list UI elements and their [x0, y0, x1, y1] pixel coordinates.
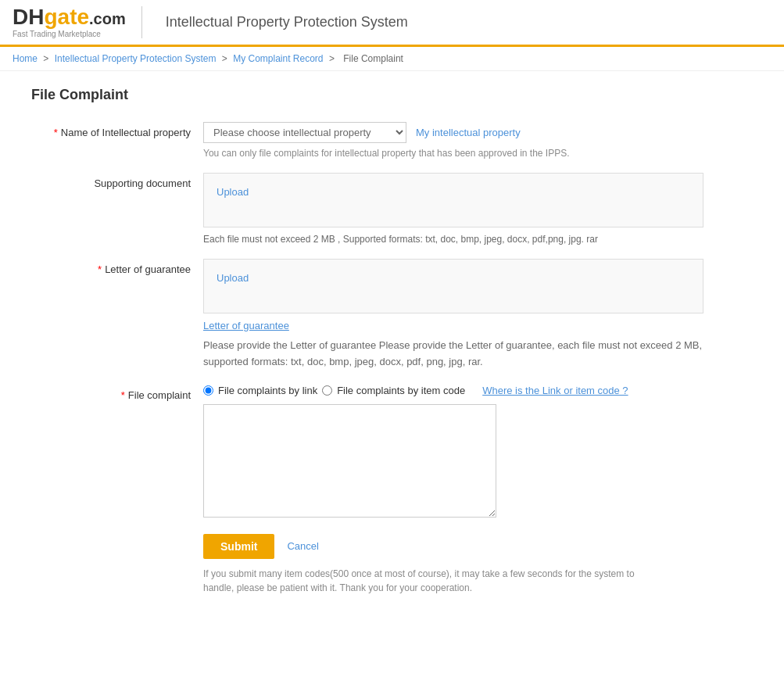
header: DHgate.com Fast Trading Marketplace Inte…	[0, 0, 784, 47]
log-row: *Letter of guarantee Upload Letter of gu…	[31, 259, 753, 371]
breadcrumb-system[interactable]: Intellectual Property Protection System	[55, 53, 217, 64]
ip-select[interactable]: Please choose intellectual property	[203, 122, 406, 143]
radio-by-code[interactable]	[322, 385, 332, 396]
breadcrumb: Home > Intellectual Property Protection …	[0, 47, 784, 71]
file-complaint-label: *File complaint	[31, 385, 203, 401]
log-description: Please provide the Letter of guarantee P…	[203, 338, 703, 371]
submit-label-spacer	[31, 534, 203, 539]
log-link[interactable]: Letter of guarantee	[203, 320, 703, 331]
complaint-textarea[interactable]	[203, 404, 496, 518]
file-formats-text: Each file must not exceed 2 MB , Support…	[203, 234, 703, 245]
ip-name-row: *Name of Intellectual property Please ch…	[31, 122, 753, 159]
supporting-doc-upload-box: Upload	[203, 173, 703, 227]
ip-select-row: Please choose intellectual property My i…	[203, 122, 703, 143]
breadcrumb-sep3: >	[329, 53, 337, 64]
logo: DHgate.com	[13, 6, 126, 28]
breadcrumb-sep1: >	[43, 53, 51, 64]
required-star-log: *	[98, 263, 102, 275]
required-star: *	[54, 127, 58, 138]
logo-dh: DH	[13, 5, 44, 29]
log-upload-link[interactable]: Upload	[217, 272, 249, 284]
breadcrumb-sep2: >	[222, 53, 230, 64]
ip-hint: You can only file complaints for intelle…	[203, 148, 703, 159]
where-link[interactable]: Where is the Link or item code ?	[482, 385, 628, 396]
cancel-link[interactable]: Cancel	[287, 540, 318, 552]
radio-by-link-label[interactable]: File complaints by link	[218, 385, 317, 396]
submit-buttons-row: Submit Cancel	[203, 534, 703, 559]
log-content: Upload Letter of guarantee Please provid…	[203, 259, 703, 371]
submit-button[interactable]: Submit	[203, 534, 274, 559]
supporting-doc-upload-link[interactable]: Upload	[217, 186, 249, 198]
breadcrumb-home[interactable]: Home	[13, 53, 38, 64]
breadcrumb-current: File Complaint	[343, 53, 403, 64]
breadcrumb-complaint-record[interactable]: My Complaint Record	[233, 53, 323, 64]
submit-note: If you submit many item codes(500 once a…	[203, 567, 657, 595]
submit-row-outer: Submit Cancel If you submit many item co…	[31, 534, 753, 595]
supporting-doc-label: Supporting document	[31, 173, 203, 189]
required-star-fc: *	[121, 389, 125, 401]
radio-by-code-label[interactable]: File complaints by item code	[337, 385, 465, 396]
main-content: File Complaint *Name of Intellectual pro…	[0, 71, 784, 625]
supporting-doc-row: Supporting document Upload Each file mus…	[31, 173, 753, 245]
radio-row: File complaints by link File complaints …	[203, 385, 703, 396]
supporting-doc-content: Upload Each file must not exceed 2 MB , …	[203, 173, 703, 245]
file-complaint-row: *File complaint File complaints by link …	[31, 385, 753, 520]
system-title: Intellectual Property Protection System	[166, 14, 408, 30]
logo-area: DHgate.com Fast Trading Marketplace	[13, 6, 142, 38]
page-title: File Complaint	[31, 87, 753, 103]
submit-content: Submit Cancel If you submit many item co…	[203, 534, 703, 595]
ip-name-label: *Name of Intellectual property	[31, 122, 203, 138]
logo-subtitle: Fast Trading Marketplace	[13, 30, 126, 38]
my-ip-link[interactable]: My intellectual property	[416, 127, 521, 138]
file-complaint-content: File complaints by link File complaints …	[203, 385, 703, 520]
radio-by-link[interactable]	[203, 385, 213, 396]
ip-name-content: Please choose intellectual property My i…	[203, 122, 703, 159]
logo-gate: gate	[44, 5, 89, 29]
log-label: *Letter of guarantee	[31, 259, 203, 275]
log-upload-box: Upload	[203, 259, 703, 313]
logo-dotcom: .com	[89, 10, 126, 27]
